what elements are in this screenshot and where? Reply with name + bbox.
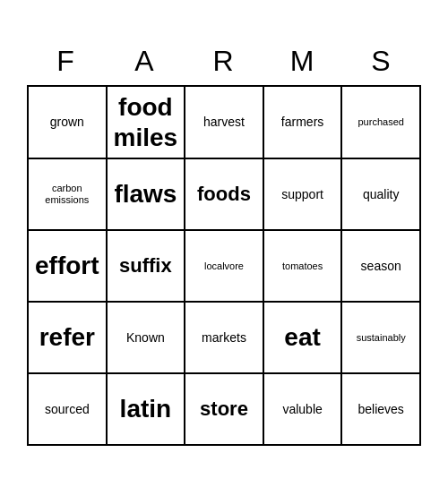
cell-text-0-2: harvest — [203, 115, 245, 130]
cell-text-2-2: localvore — [204, 261, 244, 272]
header-letter-a: A — [106, 41, 185, 81]
bingo-cell-0-2: harvest — [185, 87, 264, 159]
bingo-cell-3-0: refer — [29, 303, 108, 374]
bingo-cell-3-3: eat — [264, 303, 343, 374]
cell-text-1-3: support — [281, 187, 323, 202]
bingo-cell-3-4: sustainably — [342, 303, 421, 374]
bingo-cell-4-3: valuble — [264, 374, 343, 446]
bingo-header: FARMS — [27, 41, 421, 81]
cell-text-0-3: farmers — [281, 115, 323, 130]
cell-text-2-3: tomatoes — [282, 261, 323, 272]
bingo-cell-2-2: localvore — [185, 231, 264, 303]
header-letter-f: F — [27, 41, 106, 81]
bingo-cell-2-3: tomatoes — [264, 231, 343, 303]
cell-text-3-4: sustainably — [357, 332, 406, 344]
bingo-cell-3-2: markets — [185, 303, 264, 374]
bingo-cell-3-1: Known — [108, 303, 186, 374]
bingo-cell-1-4: quality — [342, 159, 421, 231]
bingo-cell-4-2: store — [185, 374, 264, 446]
bingo-cell-1-1: flaws — [108, 159, 186, 231]
cell-text-2-1: suffix — [119, 254, 172, 278]
cell-text-1-2: foods — [197, 183, 251, 206]
cell-text-4-2: store — [200, 397, 248, 421]
cell-text-0-1: food miles — [111, 92, 181, 152]
bingo-cell-4-4: believes — [342, 374, 421, 446]
cell-text-2-0: effort — [35, 251, 99, 281]
bingo-cell-1-0: carbon emissions — [29, 159, 108, 231]
bingo-cell-0-0: grown — [29, 87, 108, 159]
cell-text-1-4: quality — [363, 187, 399, 202]
cell-text-2-4: season — [361, 259, 401, 274]
cell-text-1-0: carbon emissions — [32, 183, 102, 206]
header-letter-m: M — [263, 41, 342, 81]
cell-text-4-1: latin — [120, 394, 172, 424]
header-letter-s: S — [342, 41, 421, 81]
header-letter-r: R — [185, 41, 263, 81]
cell-text-0-4: purchased — [358, 116, 404, 128]
cell-text-0-0: grown — [50, 115, 84, 130]
cell-text-4-4: believes — [358, 402, 404, 417]
bingo-cell-4-0: sourced — [29, 374, 108, 446]
bingo-cell-4-1: latin — [108, 374, 186, 446]
bingo-cell-0-3: farmers — [264, 87, 343, 159]
cell-text-4-3: valuble — [282, 402, 322, 417]
bingo-cell-2-1: suffix — [108, 231, 186, 303]
bingo-grid: grownfood milesharvestfarmerspurchasedca… — [27, 85, 421, 446]
bingo-cell-2-0: effort — [29, 231, 108, 303]
bingo-cell-0-1: food miles — [108, 87, 186, 159]
cell-text-3-3: eat — [284, 322, 320, 353]
cell-text-3-0: refer — [39, 322, 95, 353]
bingo-cell-2-4: season — [342, 231, 421, 303]
cell-text-1-1: flaws — [114, 179, 177, 209]
bingo-cell-1-3: support — [264, 159, 343, 231]
bingo-cell-0-4: purchased — [342, 87, 421, 159]
bingo-cell-1-2: foods — [185, 159, 264, 231]
cell-text-4-0: sourced — [45, 402, 90, 417]
cell-text-3-2: markets — [202, 330, 246, 346]
cell-text-3-1: Known — [126, 330, 165, 346]
bingo-card: FARMS grownfood milesharvestfarmerspurch… — [18, 32, 430, 455]
